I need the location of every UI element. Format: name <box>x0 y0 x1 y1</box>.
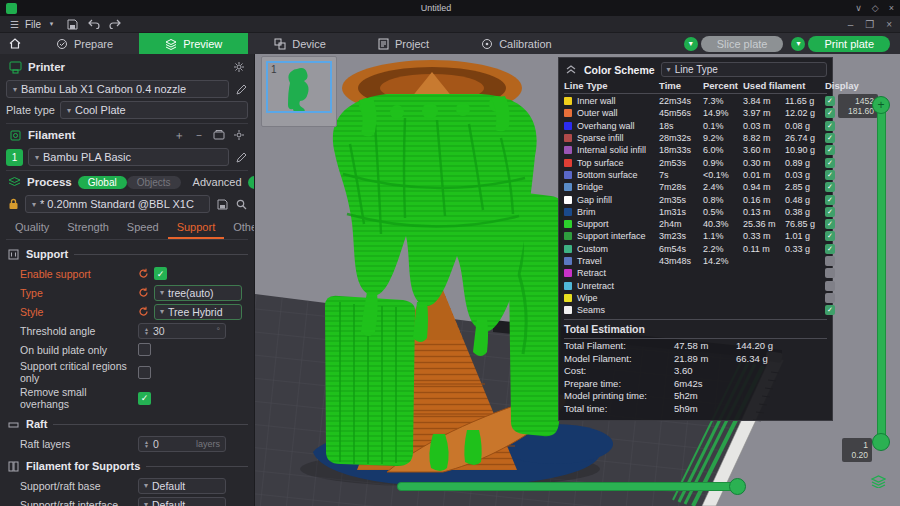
plate-type-dropdown[interactable]: ▾ Cool Plate <box>60 101 248 119</box>
display-checkbox[interactable]: ✓ <box>825 121 835 131</box>
app-restore-icon[interactable]: ❐ <box>865 19 874 30</box>
line-type-time: 2m53s <box>659 158 701 168</box>
app-close-icon[interactable]: × <box>886 19 892 30</box>
display-checkbox[interactable]: ✓ <box>825 207 835 217</box>
os-maximize-icon[interactable]: ◇ <box>872 3 879 13</box>
search-icon[interactable] <box>234 197 248 211</box>
display-checkbox[interactable]: ✓ <box>825 182 835 192</box>
spinner-arrows-icon[interactable]: ▲▼ <box>144 440 149 448</box>
reset-icon[interactable] <box>138 287 150 299</box>
display-checkbox[interactable]: ✓ <box>825 145 835 155</box>
raft-layers-spinner[interactable]: ▲▼ 0 layers <box>138 436 226 452</box>
edit-printer-icon[interactable] <box>234 82 248 96</box>
param-tab-speed[interactable]: Speed <box>118 218 168 239</box>
setting-row: On build plate only <box>20 341 248 358</box>
process-preset-dropdown[interactable]: ▾ * 0.20mm Standard @BBL X1C <box>25 195 210 213</box>
printer-settings-gear-icon[interactable] <box>232 60 246 74</box>
reset-icon[interactable] <box>138 268 150 280</box>
line-type-name: Support <box>577 219 657 229</box>
tab-prepare[interactable]: Prepare <box>30 33 139 54</box>
line-type-row: Sparse infill28m32s9.2%8.82 m26.74 g✓ <box>564 132 827 144</box>
support-raft-interface-label: Support/raft interface <box>20 499 138 506</box>
tab-preview[interactable]: Preview <box>139 33 248 54</box>
line-type-weight: 0.03 g <box>785 170 823 180</box>
collapse-panel-icon[interactable] <box>564 63 578 77</box>
display-checkbox[interactable]: ✓ <box>825 108 835 118</box>
display-checkbox[interactable] <box>825 281 835 291</box>
color-scheme-dropdown[interactable]: ▾ Line Type <box>661 62 827 77</box>
filament-preset-dropdown[interactable]: ▾ Bambu PLA Basic <box>28 148 229 166</box>
support-raft-base-dropdown[interactable]: ▾Default <box>138 478 226 494</box>
display-checkbox[interactable]: ✓ <box>825 244 835 254</box>
3d-viewport[interactable]: 1 Color Scheme ▾ Line Type <box>255 54 900 506</box>
reset-icon[interactable] <box>138 306 150 318</box>
line-type-name: Bridge <box>577 182 657 192</box>
undo-icon[interactable] <box>87 18 100 31</box>
line-type-percent: 0.5% <box>703 207 741 217</box>
setting-row: Support critical regions only <box>20 360 248 384</box>
process-objects-tab[interactable]: Objects <box>127 176 181 189</box>
param-tab-others[interactable]: Others <box>224 218 255 239</box>
home-tab[interactable] <box>0 33 30 54</box>
file-menu[interactable]: ☰ File ▾ <box>8 18 58 31</box>
display-checkbox[interactable]: ✓ <box>825 195 835 205</box>
layers-icon[interactable] <box>871 475 886 490</box>
print-options-dropdown[interactable]: ▾ <box>791 37 805 51</box>
spinner-arrows-icon[interactable]: ▲▼ <box>144 327 149 335</box>
display-checkbox[interactable]: ✓ <box>825 96 835 106</box>
print-plate-button[interactable]: Print plate <box>808 36 890 52</box>
display-checkbox[interactable]: ✓ <box>825 133 835 143</box>
display-checkbox[interactable]: ✓ <box>825 170 835 180</box>
layer-slider-bottom-handle[interactable] <box>872 433 890 451</box>
plate-thumbnail[interactable]: 1 <box>261 56 337 127</box>
line-type-time: 18s <box>659 121 701 131</box>
tab-project[interactable]: Project <box>352 33 455 54</box>
process-global-tab[interactable]: Global <box>78 176 127 189</box>
display-checkbox[interactable]: ✓ <box>825 158 835 168</box>
display-checkbox[interactable] <box>825 256 835 266</box>
tab-calibration[interactable]: Calibration <box>455 33 578 54</box>
tab-device[interactable]: Device <box>248 33 352 54</box>
printer-preset-dropdown[interactable]: ▾ Bambu Lab X1 Carbon 0.4 nozzle <box>6 80 229 98</box>
setting-dropdown[interactable]: ▾tree(auto) <box>154 285 242 301</box>
setting-checkbox[interactable] <box>138 366 151 379</box>
redo-icon[interactable] <box>108 18 121 31</box>
setting-spinner[interactable]: ▲▼30° <box>138 323 226 339</box>
plate-type-label: Plate type <box>6 104 55 116</box>
param-tab-quality[interactable]: Quality <box>6 218 58 239</box>
remove-filament-icon[interactable]: － <box>192 128 206 142</box>
move-slider-track[interactable] <box>397 482 745 491</box>
line-type-length: 0.16 m <box>743 195 783 205</box>
slice-options-dropdown[interactable]: ▾ <box>684 37 698 51</box>
save-icon[interactable] <box>66 18 79 31</box>
line-type-swatch <box>564 269 572 277</box>
advanced-toggle[interactable] <box>248 176 255 189</box>
os-minimize-icon[interactable]: ∨ <box>855 3 862 13</box>
filament-settings-gear-icon[interactable] <box>232 128 246 142</box>
layer-slider-add-button[interactable]: + <box>872 96 890 114</box>
total-value-1: 21.89 m <box>674 353 736 364</box>
display-checkbox[interactable]: ✓ <box>825 219 835 229</box>
setting-checkbox[interactable]: ✓ <box>138 392 151 405</box>
filament-slot-badge[interactable]: 1 <box>6 149 23 166</box>
setting-checkbox[interactable]: ✓ <box>154 267 167 280</box>
support-raft-interface-dropdown[interactable]: ▾Default <box>138 497 226 506</box>
setting-checkbox[interactable] <box>138 343 151 356</box>
param-tab-support[interactable]: Support <box>168 218 225 239</box>
os-close-icon[interactable]: × <box>889 3 894 13</box>
add-filament-icon[interactable]: ＋ <box>172 128 186 142</box>
setting-dropdown[interactable]: ▾Tree Hybrid <box>154 304 242 320</box>
display-checkbox[interactable] <box>825 268 835 278</box>
line-type-time: 7m28s <box>659 182 701 192</box>
display-checkbox[interactable] <box>825 293 835 303</box>
display-checkbox[interactable]: ✓ <box>825 305 835 315</box>
edit-filament-icon[interactable] <box>234 150 248 164</box>
layer-slider-track[interactable] <box>877 105 886 443</box>
slice-plate-button[interactable]: Slice plate <box>701 36 784 52</box>
display-checkbox[interactable]: ✓ <box>825 231 835 241</box>
move-slider-handle[interactable] <box>729 478 746 495</box>
save-preset-icon[interactable] <box>215 197 229 211</box>
app-minimize-icon[interactable]: – <box>848 19 854 30</box>
param-tab-strength[interactable]: Strength <box>58 218 118 239</box>
flush-volumes-icon[interactable] <box>212 128 226 142</box>
